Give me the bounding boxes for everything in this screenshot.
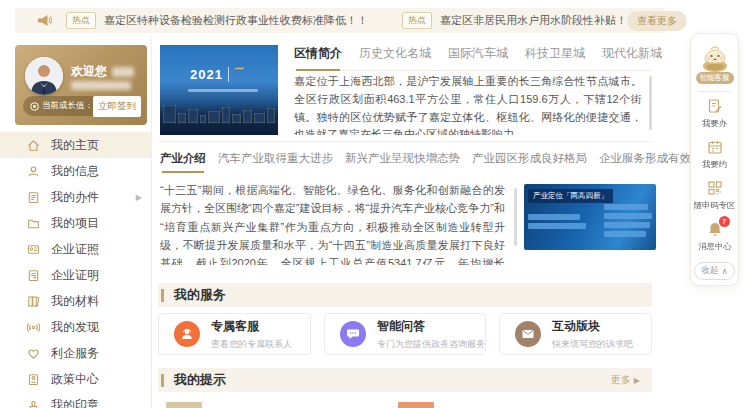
customer-service-icon (174, 321, 200, 347)
medal-icon (30, 102, 39, 111)
user-profile-card: 欢迎您 当前成长值：100分 › 立即签到 (15, 45, 147, 125)
sidebar-divider (151, 38, 152, 408)
tip-item-badge (166, 402, 202, 408)
industry-tabs: 产业介绍 汽车产业取得重大进步 新兴产业呈现快增态势 产业园区形成良好格局 企业… (160, 151, 656, 173)
books-icon (27, 295, 40, 308)
smart-qa-card[interactable]: 智能问答 专门为您提供政务咨询服务 (324, 313, 486, 355)
calendar-icon (707, 139, 723, 155)
tab-district-intro[interactable]: 区情简介 (294, 45, 342, 62)
tab-auto-city[interactable]: 国际汽车城 (448, 45, 508, 62)
chevron-right-icon: ▶ (136, 193, 142, 202)
district-paragraph: 嘉定位于上海西北部，是沪宁发展轴上重要的长三角综合性节点城市。全区行政区划面积4… (294, 73, 642, 135)
chevron-right-icon: ▶ (634, 376, 640, 385)
panel-item-message-center[interactable]: 7 消息中心 (697, 221, 733, 253)
mascot-label: 智能客服 (696, 72, 734, 84)
card-title: 专属客服 (211, 318, 292, 335)
industry-image-labels-left (528, 214, 586, 229)
qr-code-icon (707, 180, 723, 196)
card-title: 智能问答 (377, 318, 485, 335)
checkin-button[interactable]: 立即签到 (93, 96, 141, 117)
hot-badge: 热点 (402, 12, 432, 29)
sidebar-item-certificates[interactable]: 企业证明 (0, 262, 151, 288)
document-icon (27, 191, 40, 204)
masked-user-detail (71, 81, 131, 90)
sidebar-menu: 我的主页 我的信息 我的办件 ▶ 我的项目 企业证照 企业证明 我的材料 (0, 132, 151, 408)
sidebar-item-info[interactable]: 我的信息 (0, 158, 151, 184)
services-header: 我的服务 (158, 283, 652, 307)
unread-count-badge: 7 (719, 216, 730, 227)
collapse-button[interactable]: 收起 ∧ (694, 262, 734, 280)
chevron-up-icon: ∧ (721, 266, 727, 276)
section-divider (158, 141, 652, 142)
tip-item-badge (398, 402, 434, 408)
panel-item-reserve[interactable]: 我要约 (701, 139, 728, 171)
news-link-2[interactable]: 嘉定区非居民用水户用水阶段性补贴！ (440, 13, 627, 28)
bell-icon: 7 (707, 221, 723, 237)
sidebar-item-matters[interactable]: 我的办件 ▶ (0, 184, 151, 210)
sidebar-item-policy-center[interactable]: 政策中心 (0, 366, 151, 392)
tab-industry-intro[interactable]: 产业介绍 (160, 151, 206, 166)
industry-scrollbar[interactable] (514, 188, 517, 246)
card-desc: 专门为您提供政务咨询服务 (377, 338, 485, 351)
tab-emerging-industry[interactable]: 新兴产业呈现快增态势 (345, 151, 460, 166)
card-desc: 快来填写您的诉求吧 (552, 338, 633, 351)
home-icon (27, 139, 40, 152)
tips-more-link[interactable]: 更多 ▶ (611, 373, 640, 387)
photo-year-label: 2021 (190, 67, 229, 82)
license-card-icon (27, 243, 40, 256)
dedicated-support-card[interactable]: 专属客服 查看您的专属联系人 (158, 313, 311, 355)
masked-username (112, 67, 134, 77)
industry-positioning-image: 产业定位「两高四新」 (524, 184, 656, 250)
panel-divider (698, 91, 731, 92)
heart-icon (27, 347, 40, 360)
interaction-card[interactable]: 互动版块 快来填写您的诉求吧 (499, 313, 652, 355)
sidebar-item-enterprise-services[interactable]: 利企服务 (0, 340, 151, 366)
calligraphy-decoration: ~ (233, 58, 246, 79)
district-photo: 2021 ~ (160, 45, 278, 135)
service-cards: 专属客服 查看您的专属联系人 智能问答 专门为您提供政务咨询服务 互动版块 快来… (158, 313, 652, 355)
photo-tagline (188, 89, 258, 92)
user-greeting: 欢迎您 (71, 63, 134, 80)
tab-industry-parks[interactable]: 产业园区形成良好格局 (472, 151, 587, 166)
sidebar-item-seal[interactable]: 我的印章 (0, 392, 151, 408)
sidebar-item-home[interactable]: 我的主页 (0, 132, 151, 158)
sidebar-item-materials[interactable]: 我的材料 (0, 288, 151, 314)
sidebar-item-discover[interactable]: 我的发现 (0, 314, 151, 340)
hot-news-banner: 热点 嘉定区特种设备检验检测行政事业性收费标准降低！！ 热点 嘉定区非居民用水户… (15, 8, 665, 33)
tab-historic-city[interactable]: 历史文化名城 (359, 45, 431, 62)
panel-item-apply[interactable]: 我要办 (701, 98, 728, 130)
user-avatar (25, 57, 63, 95)
folder-icon (27, 217, 40, 230)
view-more-button[interactable]: 查看更多 (627, 11, 687, 31)
card-title: 互动版块 (552, 318, 633, 335)
stamp-icon (27, 399, 40, 408)
megaphone-icon (37, 14, 52, 27)
mascot-icon[interactable] (698, 41, 732, 75)
tips-title: 我的提示 (174, 371, 226, 389)
signal-icon (27, 321, 40, 334)
envelope-icon (515, 321, 541, 347)
sidebar-item-projects[interactable]: 我的项目 (0, 210, 151, 236)
news-link-1[interactable]: 嘉定区特种设备检验检测行政事业性收费标准降低！！ (104, 13, 368, 28)
tab-tech-satellite-city[interactable]: 科技卫星城 (525, 45, 585, 62)
skyline-graphic (160, 101, 278, 123)
district-tabs: 区情简介 历史文化名城 国际汽车城 科技卫星城 现代化新城 (294, 45, 652, 71)
page: 热点 嘉定区特种设备检验检测行政事业性收费标准降低！！ 热点 嘉定区非居民用水户… (0, 0, 743, 408)
tips-header: 我的提示 更多 ▶ (158, 368, 652, 392)
certificate-icon (27, 269, 40, 282)
services-title: 我的服务 (174, 286, 226, 304)
tab-modern-new-city[interactable]: 现代化新城 (602, 45, 662, 62)
panel-item-suishen-code[interactable]: 随申码专区 (692, 180, 737, 212)
tab-auto-progress[interactable]: 汽车产业取得重大进步 (218, 151, 333, 166)
form-pencil-icon (707, 98, 723, 114)
quick-access-panel: 智能客服 我要办 我要约 随申码专区 7 消息中心 (690, 33, 739, 286)
policy-id-icon (27, 373, 40, 386)
district-scrollbar[interactable] (649, 76, 652, 130)
chat-bubble-icon (340, 321, 366, 347)
card-desc: 查看您的专属联系人 (211, 338, 292, 351)
sidebar-item-licenses[interactable]: 企业证照 (0, 236, 151, 262)
industry-image-title: 产业定位「两高四新」 (528, 189, 613, 203)
hot-badge: 热点 (66, 12, 96, 29)
industry-paragraph: “十三五”期间，根据高端化、智能化、绿色化、服务化和创新融合的发展方针，全区围绕… (160, 181, 505, 265)
industry-image-labels-right (604, 204, 652, 237)
